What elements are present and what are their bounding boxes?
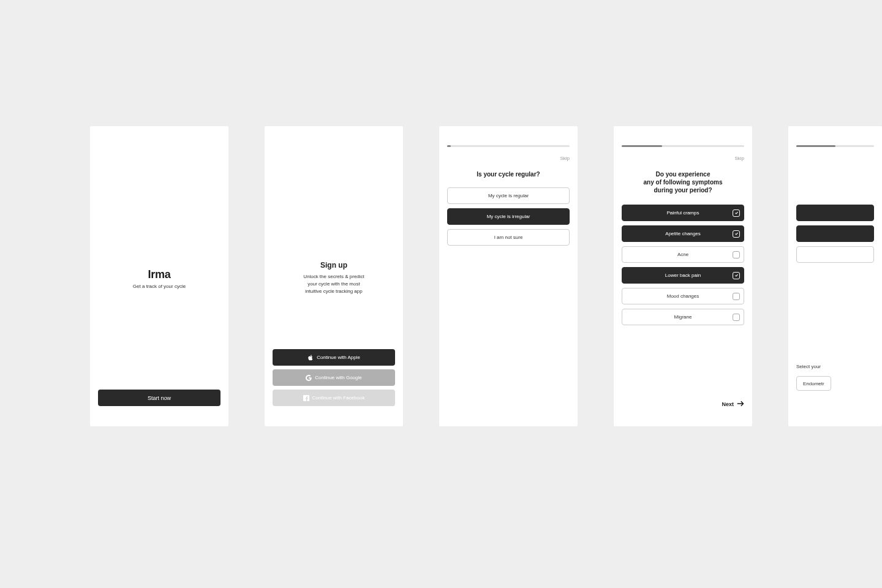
progress-fill xyxy=(622,145,662,147)
checkbox-icon xyxy=(733,209,740,217)
google-button-label: Continue with Google xyxy=(315,375,362,380)
app-subtitle: Get a track of your cycle xyxy=(90,284,228,289)
progress-fill xyxy=(447,145,451,147)
app-title: Irma xyxy=(90,268,228,281)
start-now-button[interactable]: Start now xyxy=(98,390,221,406)
option-label: Mood changes xyxy=(667,293,699,299)
continue-google-button[interactable]: Continue with Google xyxy=(273,369,395,386)
option-acne[interactable]: Acne xyxy=(622,246,744,263)
option-label: I am not sure xyxy=(494,235,523,240)
progress-bar xyxy=(447,145,570,147)
signup-description: Unlock the secrets & predict your cycle … xyxy=(274,273,393,295)
screen-symptoms: Skip Do you experience any of following … xyxy=(614,126,752,426)
continue-facebook-button[interactable]: Continue with Facebook xyxy=(273,390,395,406)
option-regular[interactable]: My cycle is regular xyxy=(447,187,570,204)
option-label: Migrane xyxy=(674,314,692,320)
skip-button[interactable]: Skip xyxy=(560,156,570,161)
screen-signup: Sign up Unlock the secrets & predict you… xyxy=(265,126,403,426)
progress-fill xyxy=(796,145,835,147)
option-migrane[interactable]: Migrane xyxy=(622,309,744,325)
option-lower-back-pain[interactable]: Lower back pain xyxy=(622,267,744,284)
question-text: Do you experience any of following sympt… xyxy=(622,170,744,194)
start-now-label: Start now xyxy=(148,395,171,401)
question-text: Is your cycle regular? xyxy=(447,170,570,178)
option-label: Lower back pain xyxy=(665,273,701,278)
option-appetite-changes[interactable]: Apetite changes xyxy=(622,225,744,242)
apple-button-label: Continue with Apple xyxy=(317,355,360,360)
facebook-button-label: Continue with Facebook xyxy=(312,395,365,401)
option-label: Apetite changes xyxy=(665,231,700,236)
option-not-sure[interactable]: I am not sure xyxy=(447,229,570,246)
condition-chip[interactable]: Endometr xyxy=(796,376,831,391)
option-item-2[interactable] xyxy=(796,225,874,242)
checkbox-icon xyxy=(733,272,740,279)
facebook-icon xyxy=(303,395,309,401)
option-label: My cycle is regular xyxy=(488,193,529,198)
screen-welcome: Irma Get a track of your cycle Start now xyxy=(90,126,228,426)
chip-label: Endometr xyxy=(803,381,824,386)
checkbox-icon xyxy=(733,314,740,321)
checkbox-icon xyxy=(733,251,740,258)
google-icon xyxy=(306,375,312,381)
option-item-3[interactable] xyxy=(796,246,874,263)
option-mood-changes[interactable]: Mood changes xyxy=(622,288,744,304)
option-label: My cycle is irregular xyxy=(487,214,530,219)
checkbox-icon xyxy=(733,293,740,300)
next-label: Next xyxy=(722,401,734,407)
screen-select-conditions: Select your Endometr xyxy=(788,126,882,426)
progress-bar xyxy=(622,145,744,147)
option-irregular[interactable]: My cycle is irregular xyxy=(447,208,570,225)
progress-bar xyxy=(796,145,874,147)
checkbox-icon xyxy=(733,230,740,238)
option-painful-cramps[interactable]: Painful cramps xyxy=(622,205,744,221)
apple-icon xyxy=(307,355,314,361)
skip-button[interactable]: Skip xyxy=(734,156,744,161)
next-button[interactable]: Next xyxy=(722,401,744,408)
select-label: Select your xyxy=(796,364,821,369)
signup-title: Sign up xyxy=(274,261,393,270)
option-item-1[interactable] xyxy=(796,205,874,221)
option-label: Acne xyxy=(677,252,688,257)
screen-cycle-regular: Skip Is your cycle regular? My cycle is … xyxy=(439,126,578,426)
continue-apple-button[interactable]: Continue with Apple xyxy=(273,349,395,366)
option-label: Painful cramps xyxy=(667,210,699,216)
arrow-right-icon xyxy=(737,401,744,408)
